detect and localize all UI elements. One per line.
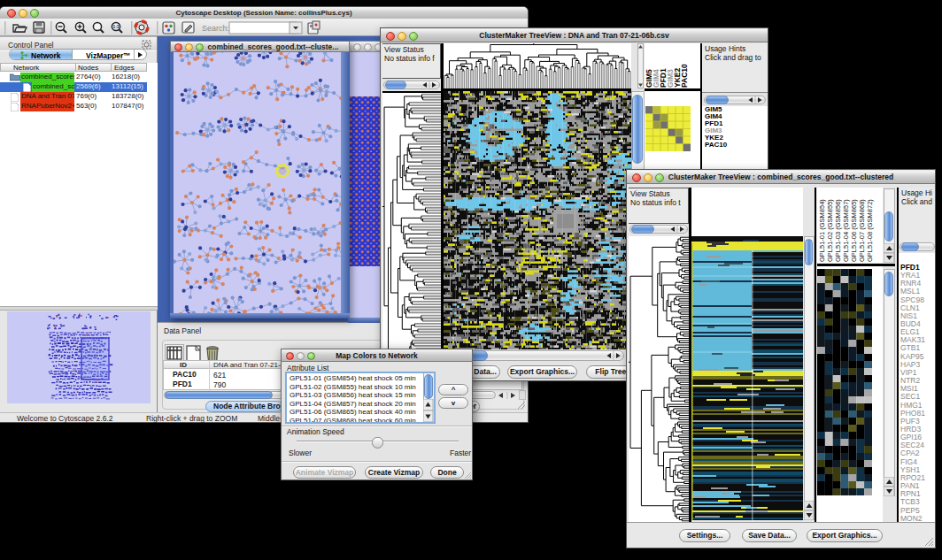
svg-text:GPL51-02 (GSM855): GPL51-02 (GSM855) — [826, 199, 834, 262]
svg-text:GPL51-07 (GSM868): GPL51-07 (GSM868) — [858, 199, 866, 262]
svg-text:GPL51-08 (GSM872): GPL51-08 (GSM872) — [866, 199, 874, 262]
svg-text:Search:: Search: — [202, 24, 229, 33]
svg-text:GPL51-06 (GSM865): GPL51-06 (GSM865) — [850, 199, 858, 262]
svg-text:1:1: 1:1 — [112, 24, 119, 29]
svg-text:GPL51-04 (GSM857): GPL51-04 (GSM857) — [842, 199, 850, 262]
svg-text:GPL51-01 (GSM854): GPL51-01 (GSM854) — [818, 199, 826, 262]
svg-text:PAC10: PAC10 — [680, 64, 689, 88]
svg-text:GPL51-03 (GSM856): GPL51-03 (GSM856) — [834, 199, 842, 262]
